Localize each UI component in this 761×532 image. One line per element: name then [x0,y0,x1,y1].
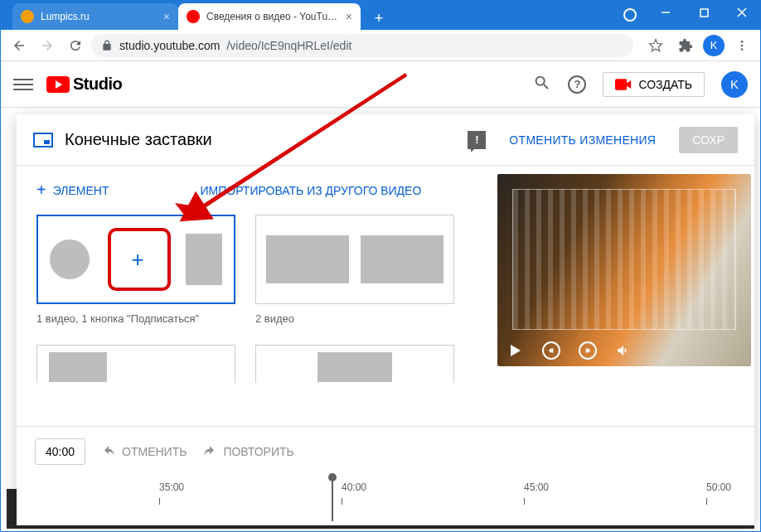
end-screen-icon [33,133,53,148]
close-icon[interactable]: × [163,10,170,23]
template-partial-1[interactable] [36,345,235,383]
tab-youtube-studio[interactable]: Сведения о видео - YouTube Stu × [178,3,361,30]
url-input[interactable]: studio.youtube.com/video/IcE9nqHRLeI/edi… [91,34,633,57]
yt-avatar[interactable]: K [721,71,748,98]
plus-icon: + [36,181,46,200]
new-tab-button[interactable]: + [367,7,390,30]
template-partial-2[interactable] [255,345,454,383]
close-icon[interactable]: × [346,10,352,23]
reload-button[interactable] [63,33,88,58]
rewind-button[interactable] [542,341,560,360]
search-icon[interactable] [533,74,551,95]
address-bar: studio.youtube.com/video/IcE9nqHRLeI/edi… [0,30,761,61]
undo-label: ОТМЕНИТЬ [122,445,187,458]
save-button[interactable]: СОХР [679,127,738,153]
help-icon[interactable]: ? [568,75,586,94]
close-button[interactable] [723,0,761,25]
shield-icon[interactable] [623,8,637,22]
svg-point-6 [741,48,744,51]
element-label: ЭЛЕМЕНТ [53,184,109,197]
tick: 35:00 [159,481,184,493]
tab-title: Сведения о видео - YouTube Stu [206,11,339,22]
import-label: ИМПОРТИРОВАТЬ ИЗ ДРУГОГО ВИДЕО [200,184,421,197]
video-rect-icon [361,235,444,283]
template-label: 1 видео, 1 кнопка "Подписаться" [36,312,235,325]
tick: 50:00 [706,481,731,493]
plus-icon: + [131,247,143,273]
add-element-button[interactable]: + ЭЛЕМЕНТ [36,181,109,200]
volume-button[interactable] [615,342,632,359]
template-2video[interactable]: 2 видео [255,215,454,325]
create-label: СОЗДАТЬ [638,78,692,91]
browser-profile-avatar[interactable]: K [703,35,725,56]
create-button[interactable]: СОЗДАТЬ [603,72,705,97]
tab-title: Lumpics.ru [41,11,157,22]
template-1video-subscribe[interactable]: + 1 видео, 1 кнопка "Подписаться" [36,215,235,325]
tab-lumpics[interactable]: Lumpics.ru × [12,3,178,30]
tick: 45:00 [524,481,549,493]
url-path: /video/IcE9nqHRLeI/edit [226,39,351,52]
video-rect-icon [266,235,349,283]
yt-header: Studio ? СОЗДАТЬ K [0,61,761,108]
video-preview-panel [497,166,754,426]
url-domain: studio.youtube.com [119,39,220,52]
hamburger-icon[interactable] [13,75,33,94]
favicon-icon [187,10,200,23]
minimize-button[interactable] [647,0,685,25]
timeline-ruler[interactable]: 35:00 40:00 45:00 50:00 [35,481,736,515]
add-video-slot[interactable]: + [101,233,174,286]
timeline: 40:00 ОТМЕНИТЬ ПОВТОРИТЬ 35:00 40:00 45:… [17,426,754,525]
redo-button[interactable]: ПОВТОРИТЬ [201,445,293,458]
end-screen-editor: Конечные заставки ! ОТМЕНИТЬ ИЗМЕНЕНИЯ С… [17,114,754,525]
templates-panel: + ЭЛЕМЕНТ ИМПОРТИРОВАТЬ ИЗ ДРУГОГО ВИДЕО… [17,166,497,426]
play-button[interactable] [507,342,524,359]
svg-rect-1 [700,9,708,17]
redo-label: ПОВТОРИТЬ [223,445,293,458]
video-rect-icon [49,352,107,382]
playhead[interactable] [332,478,333,521]
subscribe-circle-icon [50,239,90,279]
maximize-button[interactable] [685,0,723,25]
browser-tabs: Lumpics.ru × Сведения о видео - YouTube … [0,0,390,30]
editor-header: Конечные заставки ! ОТМЕНИТЬ ИЗМЕНЕНИЯ С… [17,114,754,166]
back-button[interactable] [7,33,32,58]
import-button[interactable]: ИМПОРТИРОВАТЬ ИЗ ДРУГОГО ВИДЕО [200,181,421,200]
bookmark-button[interactable] [643,33,668,58]
safe-area-overlay [512,189,736,330]
forward-button[interactable] [579,341,597,360]
lock-icon [101,40,113,51]
svg-point-5 [741,44,744,46]
youtube-icon [46,76,70,93]
video-rect-icon [186,234,222,285]
menu-button[interactable] [729,33,754,58]
camera-icon [615,79,632,90]
video-preview[interactable] [497,174,751,366]
window-controls [647,0,761,25]
template-label: 2 видео [255,312,454,325]
svg-point-4 [741,41,744,43]
undo-icon [100,446,117,457]
video-rect-icon [317,352,392,382]
yt-studio-logo[interactable]: Studio [46,75,122,94]
tick: 40:00 [342,481,366,493]
video-controls [507,341,632,360]
feedback-icon[interactable]: ! [468,131,486,149]
current-time[interactable]: 40:00 [35,438,85,465]
extensions-button[interactable] [673,33,698,58]
favicon-icon [21,10,34,23]
editor-title: Конечные заставки [65,130,456,149]
redo-icon [201,446,218,457]
browser-titlebar: Lumpics.ru × Сведения о видео - YouTube … [0,0,761,30]
cancel-button[interactable]: ОТМЕНИТЬ ИЗМЕНЕНИЯ [509,133,656,147]
undo-button[interactable]: ОТМЕНИТЬ [100,445,187,458]
studio-label: Studio [73,75,122,94]
forward-button[interactable] [35,33,60,58]
